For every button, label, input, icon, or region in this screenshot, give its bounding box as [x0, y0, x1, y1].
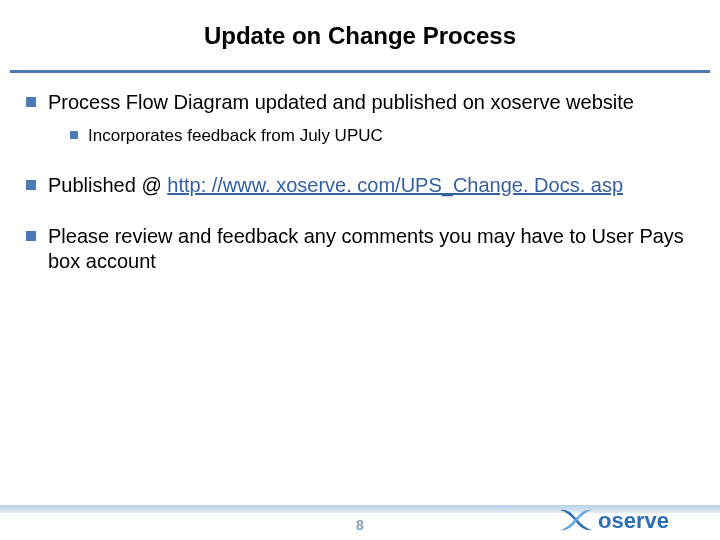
bullet-text-prefix: Published @ — [48, 174, 167, 196]
sub-bullet-item: Incorporates feedback from July UPUC — [70, 125, 700, 147]
sub-bullet-text: Incorporates feedback from July UPUC — [88, 126, 383, 145]
logo-x-icon — [560, 510, 592, 531]
footer-bar: 8 oserve — [0, 513, 720, 540]
bullet-list-level1: Process Flow Diagram updated and publish… — [26, 90, 700, 274]
bullet-item: Process Flow Diagram updated and publish… — [26, 90, 700, 147]
bullet-item: Published @ http: //www. xoserve. com/UP… — [26, 173, 700, 198]
bullet-list-level2: Incorporates feedback from July UPUC — [48, 125, 700, 147]
footer: 8 oserve — [0, 505, 720, 540]
published-url-link[interactable]: http: //www. xoserve. com/UPS_Change. Do… — [167, 174, 623, 196]
slide-title: Update on Change Process — [0, 0, 720, 68]
title-underline — [10, 70, 710, 73]
slide-content: Process Flow Diagram updated and publish… — [26, 90, 700, 300]
bullet-text: Process Flow Diagram updated and publish… — [48, 91, 634, 113]
bullet-item: Please review and feedback any comments … — [26, 224, 700, 274]
bullet-text: Please review and feedback any comments … — [48, 225, 684, 272]
xoserve-logo: oserve — [558, 506, 708, 536]
slide: Update on Change Process Process Flow Di… — [0, 0, 720, 540]
logo-text: oserve — [598, 508, 669, 533]
